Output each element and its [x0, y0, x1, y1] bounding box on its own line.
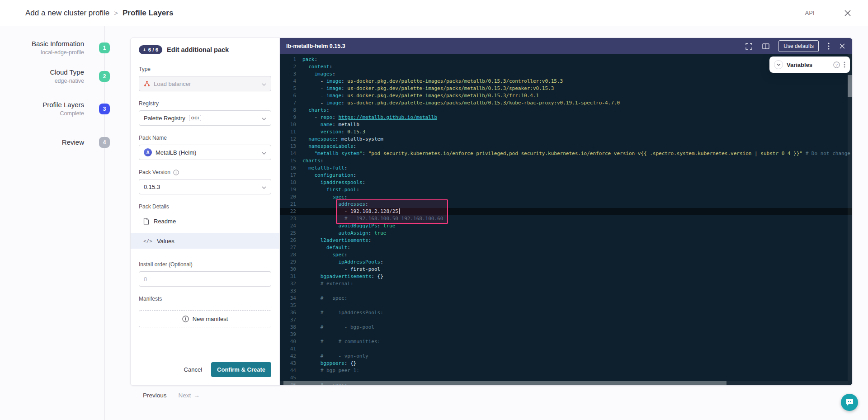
- expand-icon: [745, 43, 752, 50]
- code-line[interactable]: 29 ipAddressPools:: [280, 259, 852, 266]
- code-line[interactable]: 37: [280, 316, 852, 324]
- code-line[interactable]: 7 - image: us-docker.pkg.dev/palette-ima…: [280, 99, 852, 107]
- code-line[interactable]: 21 addresses:: [280, 201, 852, 208]
- line-number: 36: [280, 309, 296, 316]
- confirm-create-button[interactable]: Confirm & Create: [211, 362, 271, 377]
- code-line[interactable]: 22 - 192.168.2.128/25: [280, 208, 852, 215]
- code-line[interactable]: 23 # - 192.168.100.50-192.168.100.60: [280, 215, 852, 222]
- code-line[interactable]: 18 ipaddresspools:: [280, 179, 852, 186]
- vertical-scrollbar[interactable]: [848, 54, 852, 385]
- code-line[interactable]: 43 bgppeers: {}: [280, 360, 852, 367]
- line-number: 30: [280, 266, 296, 273]
- code-line[interactable]: 34 # spec:: [280, 295, 852, 302]
- editor-close-button[interactable]: [839, 42, 846, 50]
- line-number: 37: [280, 316, 296, 324]
- code-line[interactable]: 5 - image: us-docker.pkg.dev/palette-ima…: [280, 85, 852, 92]
- type-select[interactable]: Load balancer: [139, 76, 271, 91]
- line-number: 31: [280, 273, 296, 280]
- code-line[interactable]: 12 namespace: metallb-system: [280, 136, 852, 143]
- code-line[interactable]: 40 # # communities:: [280, 338, 852, 345]
- code-line[interactable]: 11 version: 0.15.3: [280, 128, 852, 136]
- install-order-input[interactable]: [144, 276, 266, 283]
- variables-menu-button[interactable]: [844, 61, 845, 68]
- code-line[interactable]: 44 # bgp-peer-1:: [280, 367, 852, 374]
- line-number: 21: [280, 201, 296, 208]
- code-line[interactable]: 8 charts:: [280, 107, 852, 114]
- step-title: Cloud Type: [50, 68, 84, 76]
- horizontal-scrollbar[interactable]: [280, 381, 848, 385]
- code-line[interactable]: 19 first-pool:: [280, 186, 852, 193]
- line-number: 1: [280, 56, 296, 63]
- code-line[interactable]: 39: [280, 331, 852, 338]
- line-number: 15: [280, 157, 296, 165]
- yaml-editor[interactable]: 1pack:2 content:3 images:4 - image: us-d…: [280, 54, 852, 385]
- variables-collapse-button[interactable]: [774, 60, 783, 69]
- vertical-scrollbar-thumb[interactable]: [848, 75, 852, 97]
- code-line[interactable]: 28 spec:: [280, 251, 852, 259]
- code-line[interactable]: 4 - image: us-docker.pkg.dev/palette-ima…: [280, 78, 852, 85]
- new-manifest-button[interactable]: New manifest: [139, 310, 271, 327]
- breadcrumb-separator: >: [114, 9, 118, 17]
- code-line[interactable]: 32 # external:: [280, 280, 852, 288]
- cancel-button[interactable]: Cancel: [184, 366, 202, 373]
- code-line[interactable]: 9 - repo: https://metallb.github.io/meta…: [280, 114, 852, 121]
- topbar: Add a new cluster profile > Profile Laye…: [0, 0, 868, 26]
- code-line[interactable]: 42 # - vpn-only: [280, 353, 852, 360]
- code-line[interactable]: 14 "metallb-system": "pod-security.kuber…: [280, 150, 852, 157]
- pack-details-values[interactable]: </> Values: [131, 233, 279, 249]
- code-line[interactable]: 17 configuration:: [280, 172, 852, 179]
- code-line[interactable]: 1pack:: [280, 56, 852, 63]
- code-icon: </>: [143, 238, 152, 244]
- help-chat-button[interactable]: [841, 394, 858, 411]
- code-line[interactable]: 41: [280, 345, 852, 353]
- code-line[interactable]: 36 # ipAddressPools:: [280, 309, 852, 316]
- code-line[interactable]: 6 - image: us-docker.pkg.dev/palette-ima…: [280, 92, 852, 99]
- variables-help-button[interactable]: ?: [833, 61, 840, 68]
- code-line[interactable]: 2 content:: [280, 63, 852, 71]
- code-line[interactable]: 45: [280, 374, 852, 382]
- code-line[interactable]: 20 spec:: [280, 193, 852, 201]
- code-line[interactable]: 30 - first-pool: [280, 266, 852, 273]
- step-title: Profile Layers: [42, 101, 84, 109]
- code-line[interactable]: 35: [280, 302, 852, 309]
- stepper-item-cloud-type[interactable]: Cloud Type edge-native 2: [50, 68, 110, 85]
- close-button[interactable]: [844, 9, 852, 17]
- next-button[interactable]: Next →: [179, 392, 200, 399]
- expand-button[interactable]: [745, 42, 753, 51]
- plus-icon: +: [143, 47, 146, 52]
- line-number: 28: [280, 251, 296, 259]
- code-line[interactable]: 31 bgpadvertisements: {}: [280, 273, 852, 280]
- code-line[interactable]: 15charts:: [280, 157, 852, 165]
- line-number: 38: [280, 324, 296, 331]
- code-line[interactable]: 33: [280, 288, 852, 295]
- editor-menu-button[interactable]: [827, 42, 830, 51]
- code-line[interactable]: 24 avoidBuggyIPs: true: [280, 222, 852, 230]
- pack-name-label: Pack Name: [139, 135, 271, 141]
- variables-popup: Variables ?: [769, 57, 850, 73]
- code-line[interactable]: 16 metallb-full:: [280, 165, 852, 172]
- chevron-down-icon: [262, 152, 266, 155]
- install-order-field[interactable]: [139, 271, 271, 287]
- code-line[interactable]: 13 namespaceLabels:: [280, 143, 852, 150]
- pack-version-value: 0.15.3: [144, 184, 160, 190]
- use-defaults-button[interactable]: Use defaults: [778, 40, 819, 52]
- line-number: 18: [280, 179, 296, 186]
- code-line[interactable]: 3 images:: [280, 71, 852, 78]
- api-link[interactable]: API: [805, 10, 815, 16]
- previous-button[interactable]: Previous: [143, 392, 167, 399]
- code-line[interactable]: 26 l2advertisements:: [280, 237, 852, 244]
- code-line[interactable]: 25 autoAssign: true: [280, 230, 852, 237]
- pack-version-select[interactable]: 0.15.3: [139, 179, 271, 194]
- registry-select[interactable]: Palette Registry OCI: [139, 110, 271, 126]
- code-line[interactable]: 10 name: metallb: [280, 121, 852, 128]
- stepper-item-basic-information[interactable]: Basic Information local-edge-profile 1: [32, 40, 110, 56]
- editor-header: lb-metallb-helm 0.15.3 Use defaults: [280, 38, 852, 54]
- stepper-item-review[interactable]: Review 4: [62, 137, 110, 148]
- pack-details-readme[interactable]: Readme: [131, 213, 279, 229]
- pack-name-select[interactable]: A MetalLB (Helm): [139, 145, 271, 160]
- stepper-item-profile-layers[interactable]: Profile Layers Complete 3: [42, 101, 110, 117]
- code-line[interactable]: 38 # - bgp-pool: [280, 324, 852, 331]
- code-line[interactable]: 27 default:: [280, 244, 852, 251]
- horizontal-scrollbar-thumb[interactable]: [283, 381, 726, 385]
- split-view-button[interactable]: [761, 42, 770, 50]
